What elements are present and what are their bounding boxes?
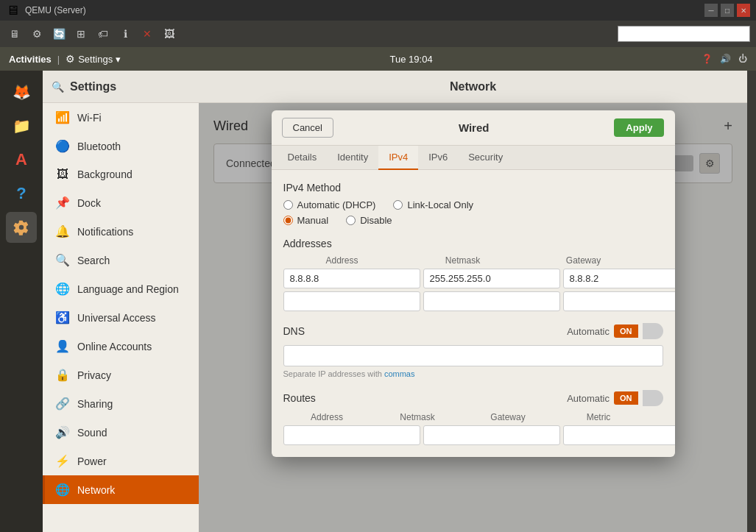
close-button[interactable]: ✕: [737, 4, 750, 17]
nav-label-sharing: Sharing: [77, 398, 113, 410]
nav-item-bluetooth[interactable]: 🔵 Bluetooth: [43, 132, 199, 160]
method-manual-radio[interactable]: [283, 216, 293, 225]
tab-security[interactable]: Security: [458, 146, 513, 170]
ipv4-method-section: IPv4 Method Automatic (DHCP) Link-Local …: [283, 182, 663, 226]
tab-details[interactable]: Details: [278, 146, 328, 170]
help-icon[interactable]: ❓: [702, 54, 713, 64]
toolbar-computer-icon[interactable]: 🖥: [6, 25, 24, 43]
settings-menu-button[interactable]: ⚙ Settings ▾: [66, 53, 121, 65]
toolbar-refresh-icon[interactable]: 🔄: [50, 25, 68, 43]
addr-headers: Address Netmask Gateway: [283, 255, 663, 266]
sidebar-icon-firefox[interactable]: 🦊: [6, 77, 37, 107]
nav-label-language: Language and Region: [77, 283, 179, 295]
dns-section: DNS Automatic ON Separate IP addresses w…: [283, 323, 663, 378]
nav-item-background[interactable]: 🖼 Background: [43, 160, 199, 188]
sidebar-icon-appstore[interactable]: A: [6, 144, 37, 175]
notifications-icon: 🔔: [55, 224, 70, 238]
toolbar-windows-icon[interactable]: ⊞: [72, 25, 90, 43]
nav-item-search[interactable]: 🔍 Search: [43, 246, 199, 274]
nav-item-language[interactable]: 🌐 Language and Region: [43, 274, 199, 303]
main-body: Wired + Connected ON ⚙ Cancel Wired: [199, 103, 747, 532]
dns-header: DNS Automatic ON: [283, 323, 663, 339]
nav-item-sound[interactable]: 🔊 Sound: [43, 418, 199, 447]
tab-ipv4[interactable]: IPv4: [378, 146, 418, 170]
toolbar-image-icon[interactable]: 🖼: [160, 25, 178, 43]
toolbar-tag-icon[interactable]: 🏷: [94, 25, 112, 43]
maximize-button[interactable]: □: [721, 4, 734, 17]
settings-search-icon[interactable]: 🔍: [52, 81, 64, 93]
routes-1-netmask-input[interactable]: [423, 425, 560, 445]
addr-col-gateway: Gateway: [525, 255, 643, 266]
routes-col-netmask: Netmask: [374, 412, 462, 422]
method-manual-label[interactable]: Manual: [283, 215, 329, 226]
dialog-body: IPv4 Method Automatic (DHCP) Link-Local …: [272, 170, 675, 457]
dns-hint-link[interactable]: commas: [384, 369, 415, 378]
addr-2-netmask-input[interactable]: [423, 291, 560, 311]
power-icon[interactable]: ⏻: [738, 54, 747, 64]
nav-item-wifi[interactable]: 📶 Wi-Fi: [43, 103, 199, 132]
nav-item-notifications[interactable]: 🔔 Notifications: [43, 217, 199, 246]
activities-button[interactable]: Activities: [9, 54, 52, 65]
sidebar-icon-settings[interactable]: [6, 212, 37, 243]
nav-item-universal-access[interactable]: ♿ Universal Access: [43, 303, 199, 332]
method-disable-radio[interactable]: [346, 216, 356, 225]
routes-section: Routes Automatic ON Address Netmask: [283, 390, 663, 445]
settings-gear-icon: ⚙: [66, 53, 75, 65]
method-automatic-text: Automatic (DHCP): [297, 199, 376, 210]
toolbar-settings-icon[interactable]: ⚙: [28, 25, 46, 43]
apply-button[interactable]: Apply: [614, 118, 664, 137]
nav-label-universal-access: Universal Access: [77, 312, 156, 324]
method-linklocal-text: Link-Local Only: [407, 199, 473, 210]
topbar-left: Activities | ⚙ Settings ▾: [9, 53, 121, 65]
nav-label-online-accounts: Online Accounts: [77, 341, 152, 352]
nav-item-dock[interactable]: 📌 Dock: [43, 188, 199, 217]
nav-item-network[interactable]: 🌐 Network: [43, 475, 199, 504]
tab-identity[interactable]: Identity: [327, 146, 378, 170]
nav-item-power[interactable]: ⚡ Power: [43, 447, 199, 475]
addr-2-address-input[interactable]: [283, 291, 420, 311]
nav-item-online-accounts[interactable]: 👤 Online Accounts: [43, 332, 199, 361]
routes-toggle-on[interactable]: ON: [614, 391, 638, 405]
addr-1-gateway-input[interactable]: [563, 269, 675, 288]
window-controls: ─ □ ✕: [704, 4, 750, 17]
method-linklocal-radio[interactable]: [393, 200, 403, 210]
wired-dialog: Cancel Wired Apply Details Identity IPv4…: [272, 110, 675, 457]
routes-1-address-input[interactable]: [283, 425, 420, 445]
network-icon: 🌐: [55, 483, 70, 497]
nav-item-privacy[interactable]: 🔒 Privacy: [43, 361, 199, 389]
sidebar-icon-files[interactable]: 📁: [6, 110, 37, 141]
dialog-tabs: Details Identity IPv4 IPv6 Security: [272, 146, 675, 170]
minimize-button[interactable]: ─: [704, 4, 718, 17]
dns-input[interactable]: [283, 345, 663, 366]
addresses-label: Addresses: [283, 238, 663, 249]
background-icon: 🖼: [55, 168, 70, 181]
tab-ipv6[interactable]: IPv6: [418, 146, 458, 170]
dns-toggle-slider[interactable]: [643, 323, 663, 339]
method-automatic-radio[interactable]: [283, 200, 293, 210]
toolbar-search-input[interactable]: [618, 26, 750, 42]
dock-icon: 📌: [55, 196, 70, 210]
dns-toggle-on[interactable]: ON: [614, 324, 638, 338]
settings-nav: 📶 Wi-Fi 🔵 Bluetooth 🖼 Background 📌 Dock …: [43, 103, 199, 532]
method-automatic-label[interactable]: Automatic (DHCP): [283, 199, 376, 210]
sound-icon[interactable]: 🔊: [720, 54, 731, 64]
addr-2-gateway-input[interactable]: [563, 291, 675, 311]
nav-item-sharing[interactable]: 🔗 Sharing: [43, 389, 199, 418]
addr-1-netmask-input[interactable]: [423, 269, 560, 288]
method-radio-row-2: Manual Disable: [283, 215, 663, 226]
routes-toggle-slider[interactable]: [643, 390, 663, 406]
routes-1-gateway-input[interactable]: [563, 425, 675, 445]
method-disable-label[interactable]: Disable: [346, 215, 392, 226]
privacy-icon: 🔒: [55, 368, 70, 382]
nav-label-dock: Dock: [77, 197, 101, 209]
nav-label-notifications: Notifications: [77, 226, 133, 238]
topbar: Activities | ⚙ Settings ▾ Tue 19:04 ❓ 🔊 …: [0, 47, 756, 71]
addr-1-address-input[interactable]: [283, 269, 420, 288]
window-titlebar: 🖥 QEMU (Server) ─ □ ✕: [0, 0, 756, 21]
cancel-button[interactable]: Cancel: [282, 118, 333, 138]
main-header-title: Network: [450, 80, 496, 93]
toolbar-info-icon[interactable]: ℹ: [116, 25, 134, 43]
sidebar-icon-help[interactable]: ?: [6, 178, 37, 209]
toolbar-close-icon[interactable]: ✕: [138, 25, 156, 43]
method-linklocal-label[interactable]: Link-Local Only: [393, 199, 473, 210]
